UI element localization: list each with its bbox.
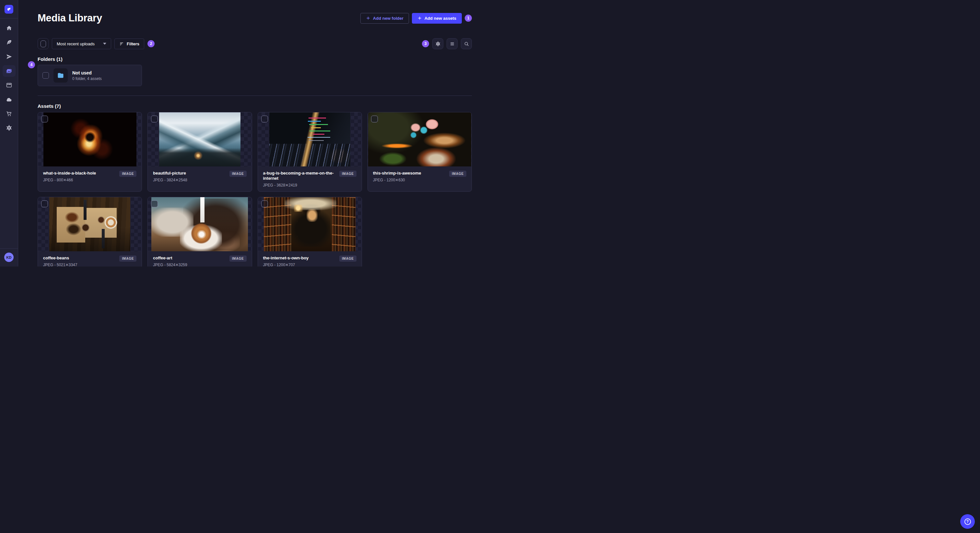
asset-type-badge: IMAGE xyxy=(229,255,247,262)
cart-icon xyxy=(6,110,12,117)
asset-meta: JPEG - 5021✕3347 xyxy=(43,263,77,266)
asset-title: the-internet-s-own-boy xyxy=(263,255,309,261)
asset-card[interactable]: coffee-beans JPEG - 5021✕3347 IMAGE xyxy=(38,197,142,266)
asset-card[interactable]: this-shrimp-is-awesome JPEG - 1200✕630 I… xyxy=(368,112,472,192)
asset-title: beautiful-picture xyxy=(153,171,187,176)
asset-type-badge: IMAGE xyxy=(449,171,466,177)
asset-type-badge: IMAGE xyxy=(229,171,247,177)
folder-card[interactable]: Not used 0 folder, 4 assets xyxy=(38,65,142,86)
sidebar-item-media-library[interactable] xyxy=(3,65,16,77)
asset-image xyxy=(49,197,130,251)
list-icon xyxy=(450,41,455,47)
asset-meta: JPEG - 3628✕2419 xyxy=(263,183,336,187)
step-badge-4: 4 xyxy=(28,61,35,68)
sort-dropdown[interactable]: Most recent uploads xyxy=(52,38,111,49)
home-icon xyxy=(6,25,12,32)
filter-icon xyxy=(119,41,124,46)
layout-icon xyxy=(6,82,12,89)
asset-type-badge: IMAGE xyxy=(119,255,137,262)
select-all-checkbox-inner[interactable] xyxy=(40,40,46,47)
settings-icon xyxy=(435,41,441,47)
asset-meta: JPEG - 1200✕707 xyxy=(263,263,309,266)
feather-icon xyxy=(6,39,12,46)
sidebar-item-releases[interactable] xyxy=(3,51,16,62)
folder-icon-tile xyxy=(54,68,68,82)
asset-image xyxy=(368,113,471,167)
filters-button[interactable]: Filters xyxy=(115,38,144,49)
asset-card[interactable]: beautiful-picture JPEG - 3824✕2548 IMAGE xyxy=(148,112,252,192)
filters-label: Filters xyxy=(127,41,139,46)
assets-section: Assets (7) what-s-inside-a-black-hole JP… xyxy=(38,103,472,266)
asset-thumbnail xyxy=(148,197,251,251)
folder-meta: 0 folder, 4 assets xyxy=(72,76,102,81)
asset-thumbnail xyxy=(368,113,471,167)
asset-type-badge: IMAGE xyxy=(339,255,356,262)
list-view-button[interactable] xyxy=(447,38,458,49)
asset-checkbox[interactable] xyxy=(261,200,268,207)
folder-name: Not used xyxy=(72,70,102,75)
step-badge-2: 2 xyxy=(148,40,154,47)
asset-meta: JPEG - 5824✕3259 xyxy=(153,263,187,266)
main-content: Media Library Add new folder Add new ass… xyxy=(18,0,490,266)
assets-heading: Assets (7) xyxy=(38,103,472,109)
asset-card[interactable]: coffee-art JPEG - 5824✕3259 IMAGE xyxy=(148,197,252,266)
folders-section: 4 Folders (1) Not used 0 folder, 4 asset… xyxy=(38,56,472,86)
plus-icon xyxy=(417,16,422,21)
asset-meta: JPEG - 800✕466 xyxy=(43,178,96,182)
asset-title: coffee-art xyxy=(153,255,187,261)
asset-card[interactable]: a-bug-is-becoming-a-meme-on-the-internet… xyxy=(258,112,362,192)
sidebar: KD xyxy=(0,0,18,266)
section-divider xyxy=(38,95,472,96)
cloud-icon xyxy=(5,96,12,103)
search-icon xyxy=(464,41,469,47)
asset-checkbox[interactable] xyxy=(371,116,378,122)
asset-image xyxy=(151,197,248,251)
asset-checkbox[interactable] xyxy=(41,116,48,122)
add-new-assets-label: Add new assets xyxy=(425,16,456,21)
view-settings-button[interactable] xyxy=(432,38,443,49)
step-badge-3: 3 xyxy=(422,40,429,47)
asset-image xyxy=(43,113,137,167)
asset-image xyxy=(264,197,355,251)
sidebar-item-marketplace[interactable] xyxy=(3,108,16,119)
sidebar-bottom-divider xyxy=(0,248,18,249)
asset-type-badge: IMAGE xyxy=(119,171,137,177)
sidebar-item-content[interactable] xyxy=(3,36,16,48)
folder-checkbox[interactable] xyxy=(43,72,49,79)
asset-card[interactable]: the-internet-s-own-boy JPEG - 1200✕707 I… xyxy=(258,197,362,266)
asset-type-badge: IMAGE xyxy=(339,171,356,177)
select-all-checkbox[interactable] xyxy=(38,38,49,49)
assets-grid: what-s-inside-a-black-hole JPEG - 800✕46… xyxy=(38,112,472,266)
add-new-folder-button[interactable]: Add new folder xyxy=(360,13,409,24)
asset-meta: JPEG - 1200✕630 xyxy=(373,178,421,182)
plus-icon xyxy=(366,16,371,21)
asset-title: this-shrimp-is-awesome xyxy=(373,171,421,176)
asset-thumbnail xyxy=(258,197,362,251)
sidebar-item-content-type-builder[interactable] xyxy=(3,79,16,91)
avatar[interactable]: KD xyxy=(4,252,14,262)
sidebar-item-deploy[interactable] xyxy=(3,94,16,105)
media-library-icon xyxy=(5,68,12,75)
asset-checkbox[interactable] xyxy=(151,116,158,122)
sidebar-item-home[interactable] xyxy=(3,22,16,34)
asset-checkbox[interactable] xyxy=(151,200,158,207)
chevron-down-icon xyxy=(103,43,106,45)
logo-mark xyxy=(6,6,12,12)
strapi-logo-icon[interactable] xyxy=(5,5,13,14)
asset-checkbox[interactable] xyxy=(261,116,268,122)
asset-title: a-bug-is-becoming-a-meme-on-the-internet xyxy=(263,171,336,181)
asset-image xyxy=(159,113,240,167)
sidebar-divider xyxy=(0,18,18,19)
page-title: Media Library xyxy=(38,12,102,24)
asset-thumbnail xyxy=(148,113,251,167)
search-button[interactable] xyxy=(461,38,472,49)
sidebar-item-settings[interactable] xyxy=(3,122,16,134)
add-new-assets-button[interactable]: Add new assets xyxy=(412,13,462,24)
asset-thumbnail xyxy=(38,197,142,251)
asset-checkbox[interactable] xyxy=(41,200,48,207)
asset-thumbnail xyxy=(258,113,362,167)
asset-card[interactable]: what-s-inside-a-black-hole JPEG - 800✕46… xyxy=(38,112,142,192)
folders-heading: Folders (1) xyxy=(38,56,472,62)
sort-dropdown-value: Most recent uploads xyxy=(57,41,95,46)
asset-meta: JPEG - 3824✕2548 xyxy=(153,178,187,182)
